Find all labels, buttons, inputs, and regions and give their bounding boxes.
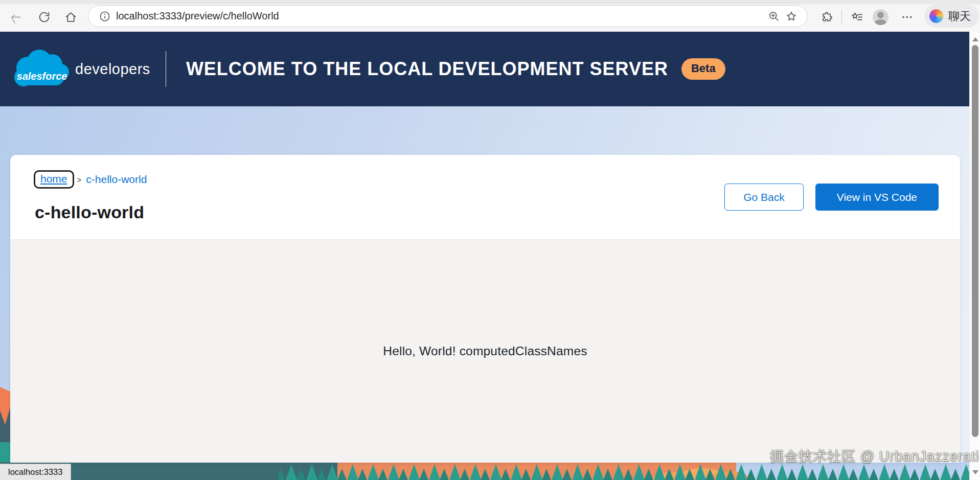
status-bar-url: localhost:3333	[0, 464, 71, 480]
scrollbar-down-icon[interactable]	[970, 469, 980, 476]
browser-toolbar: localhost:3333/preview/c/helloWorld	[0, 0, 980, 32]
avatar	[873, 9, 888, 25]
extensions-button[interactable]	[816, 6, 838, 28]
address-bar[interactable]: localhost:3333/preview/c/helloWorld	[88, 5, 808, 27]
toolbar-divider	[841, 10, 842, 24]
refresh-icon	[38, 11, 51, 24]
salesforce-logo: salesforce	[12, 49, 71, 89]
browser-window: localhost:3333/preview/c/helloWorld	[0, 0, 980, 480]
scrollbar-thumb[interactable]	[972, 45, 978, 437]
favorites-list-icon	[851, 11, 863, 24]
copilot-chat-button[interactable]: 聊天	[924, 5, 979, 28]
component-preview-area: Hello, World! computedClassNames	[10, 239, 960, 463]
home-icon	[64, 11, 77, 24]
copilot-label: 聊天	[948, 9, 971, 24]
component-output-text: Hello, World! computedClassNames	[383, 344, 587, 358]
breadcrumb-current-link[interactable]: c-hello-world	[86, 173, 147, 186]
header-divider	[166, 51, 166, 87]
logo-suffix: developers	[75, 61, 150, 78]
page-viewport: salesforce developers WELCOME TO THE LOC…	[0, 32, 980, 480]
logo-wordmark: salesforce	[17, 71, 67, 82]
more-options-button[interactable]	[896, 6, 918, 28]
home-button[interactable]	[59, 6, 82, 28]
watermark-text: 掘金技术社区 @ UrbanJazzerati	[770, 447, 979, 466]
go-back-button[interactable]: Go Back	[724, 184, 804, 211]
page-title: c-hello-world	[35, 202, 144, 222]
card-header: home > c-hello-world c-hello-world Go Ba…	[10, 155, 960, 239]
breadcrumb: home > c-hello-world	[34, 170, 147, 189]
view-in-vscode-button[interactable]: View in VS Code	[815, 184, 939, 211]
profile-button[interactable]	[869, 6, 892, 28]
breadcrumb-separator-icon: >	[77, 175, 82, 184]
beta-badge: Beta	[681, 58, 725, 80]
banner-title: WELCOME TO THE LOCAL DEVELOPMENT SERVER	[186, 58, 668, 80]
extensions-puzzle-icon	[821, 11, 834, 24]
favorite-star-icon[interactable]	[783, 8, 800, 25]
url-text: localhost:3333/preview/c/helloWorld	[116, 10, 765, 22]
copilot-icon	[929, 9, 943, 23]
back-arrow-icon	[9, 11, 22, 24]
vertical-scrollbar[interactable]	[969, 32, 980, 480]
zoom-in-icon[interactable]	[765, 8, 783, 25]
card-actions: Go Back View in VS Code	[724, 184, 939, 211]
breadcrumb-home-link[interactable]: home	[34, 170, 74, 189]
ellipsis-icon	[901, 11, 914, 24]
salesforce-banner: salesforce developers WELCOME TO THE LOC…	[0, 32, 969, 106]
favorites-bar-button[interactable]	[846, 6, 868, 28]
refresh-button[interactable]	[33, 6, 55, 28]
scrollbar-up-icon[interactable]	[970, 36, 980, 43]
site-info-icon[interactable]	[99, 10, 111, 22]
back-button[interactable]	[4, 6, 27, 28]
component-card: home > c-hello-world c-hello-world Go Ba…	[10, 155, 960, 463]
